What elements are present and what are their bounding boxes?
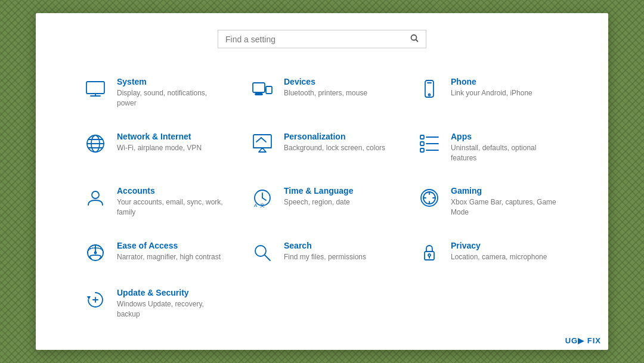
setting-desc-accounts: Your accounts, email, sync, work, family — [117, 197, 227, 218]
setting-desc-time: Speech, region, date — [284, 197, 353, 207]
setting-desc-search: Find my files, permissions — [284, 252, 366, 262]
gaming-icon — [417, 186, 441, 210]
svg-rect-8 — [255, 94, 262, 95]
setting-desc-ease: Narrator, magnifier, high contrast — [117, 252, 221, 262]
setting-item-apps[interactable]: Apps Uninstall, defaults, optional featu… — [405, 121, 572, 176]
setting-desc-phone: Link your Android, iPhone — [451, 88, 532, 98]
setting-item-time[interactable]: A文 Time & Language Speech, region, date — [239, 175, 405, 230]
setting-item-accounts[interactable]: Accounts Your accounts, email, sync, wor… — [72, 175, 239, 230]
svg-point-0 — [411, 35, 417, 41]
privacy-icon — [417, 241, 441, 265]
svg-rect-23 — [420, 142, 424, 145]
setting-title-system: System — [117, 77, 227, 86]
svg-rect-2 — [86, 82, 104, 94]
svg-rect-24 — [420, 148, 424, 152]
setting-text-apps: Apps Uninstall, defaults, optional featu… — [451, 132, 561, 163]
setting-item-personalization[interactable]: Personalization Background, lock screen,… — [239, 121, 405, 176]
setting-title-update: Update & Security — [117, 288, 227, 297]
setting-title-personalization: Personalization — [284, 132, 385, 141]
svg-marker-47 — [87, 296, 91, 300]
setting-desc-network: Wi-Fi, airplane mode, VPN — [117, 143, 202, 153]
setting-title-ease: Ease of Access — [117, 241, 221, 250]
network-icon — [83, 132, 107, 156]
svg-marker-19 — [259, 148, 266, 152]
svg-line-1 — [416, 40, 419, 42]
setting-desc-personalization: Background, lock screen, colors — [284, 143, 385, 153]
setting-title-time: Time & Language — [284, 186, 353, 196]
setting-text-search: Search Find my files, permissions — [284, 241, 366, 262]
setting-text-devices: Devices Bluetooth, printers, mouse — [284, 77, 367, 98]
time-icon: A文 — [250, 186, 274, 210]
personalization-icon — [250, 132, 274, 156]
setting-item-phone[interactable]: Phone Link your Android, iPhone — [405, 66, 572, 121]
svg-line-43 — [265, 255, 270, 260]
setting-text-personalization: Personalization Background, lock screen,… — [284, 132, 385, 153]
setting-title-accounts: Accounts — [117, 186, 227, 196]
svg-rect-22 — [420, 135, 424, 139]
phone-icon — [417, 77, 441, 101]
setting-desc-apps: Uninstall, defaults, optional features — [451, 143, 561, 163]
setting-title-privacy: Privacy — [451, 241, 547, 250]
setting-item-system[interactable]: System Display, sound, notifications, po… — [72, 66, 239, 121]
system-icon — [83, 77, 107, 101]
setting-title-phone: Phone — [451, 77, 532, 86]
svg-line-20 — [256, 138, 261, 142]
search-container — [218, 30, 426, 48]
svg-line-31 — [262, 198, 266, 200]
setting-title-gaming: Gaming — [451, 186, 561, 196]
watermark: UG▶ FIX — [565, 336, 601, 345]
setting-title-search: Search — [284, 241, 366, 250]
settings-window: System Display, sound, notifications, po… — [36, 13, 608, 350]
setting-text-privacy: Privacy Location, camera, microphone — [451, 241, 547, 262]
setting-desc-gaming: Xbox Game Bar, captures, Game Mode — [451, 197, 561, 218]
settings-grid: System Display, sound, notifications, po… — [72, 66, 572, 332]
search-icon — [250, 241, 274, 265]
svg-point-42 — [255, 246, 266, 256]
svg-point-11 — [429, 94, 431, 96]
apps-icon — [417, 132, 441, 156]
accounts-icon — [83, 186, 107, 210]
setting-desc-update: Windows Update, recovery, backup — [117, 299, 227, 319]
setting-text-system: System Display, sound, notifications, po… — [117, 77, 227, 108]
setting-item-gaming[interactable]: Gaming Xbox Game Bar, captures, Game Mod… — [405, 175, 572, 230]
setting-item-network[interactable]: Network & Internet Wi-Fi, airplane mode,… — [72, 121, 239, 176]
svg-rect-5 — [253, 83, 265, 92]
setting-title-devices: Devices — [284, 77, 367, 86]
svg-text:文: 文 — [260, 203, 265, 208]
setting-text-network: Network & Internet Wi-Fi, airplane mode,… — [117, 132, 202, 153]
setting-desc-privacy: Location, camera, microphone — [451, 252, 547, 262]
setting-desc-devices: Bluetooth, printers, mouse — [284, 88, 367, 98]
setting-text-gaming: Gaming Xbox Game Bar, captures, Game Mod… — [451, 186, 561, 218]
setting-title-apps: Apps — [451, 132, 561, 141]
setting-item-search[interactable]: Search Find my files, permissions — [239, 230, 405, 277]
update-icon — [83, 288, 107, 312]
svg-rect-6 — [266, 86, 272, 94]
svg-rect-17 — [253, 135, 271, 148]
setting-title-network: Network & Internet — [117, 132, 202, 141]
setting-text-phone: Phone Link your Android, iPhone — [451, 77, 532, 98]
setting-text-accounts: Accounts Your accounts, email, sync, wor… — [117, 186, 227, 218]
setting-desc-system: Display, sound, notifications, power — [117, 88, 227, 108]
svg-text:A: A — [254, 203, 258, 208]
setting-item-update[interactable]: Update & Security Windows Update, recove… — [72, 277, 239, 332]
setting-text-ease: Ease of Access Narrator, magnifier, high… — [117, 241, 221, 262]
setting-text-time: Time & Language Speech, region, date — [284, 186, 353, 207]
search-input[interactable] — [225, 35, 410, 44]
ease-icon — [83, 241, 107, 265]
setting-item-ease[interactable]: Ease of Access Narrator, magnifier, high… — [72, 230, 239, 277]
devices-icon — [250, 77, 274, 101]
search-bar[interactable] — [218, 30, 426, 48]
setting-item-privacy[interactable]: Privacy Location, camera, microphone — [405, 230, 572, 277]
setting-text-update: Update & Security Windows Update, recove… — [117, 288, 227, 319]
svg-point-28 — [92, 191, 99, 198]
setting-item-devices[interactable]: Devices Bluetooth, printers, mouse — [239, 66, 405, 121]
search-icon — [410, 34, 419, 44]
svg-line-21 — [261, 138, 266, 142]
